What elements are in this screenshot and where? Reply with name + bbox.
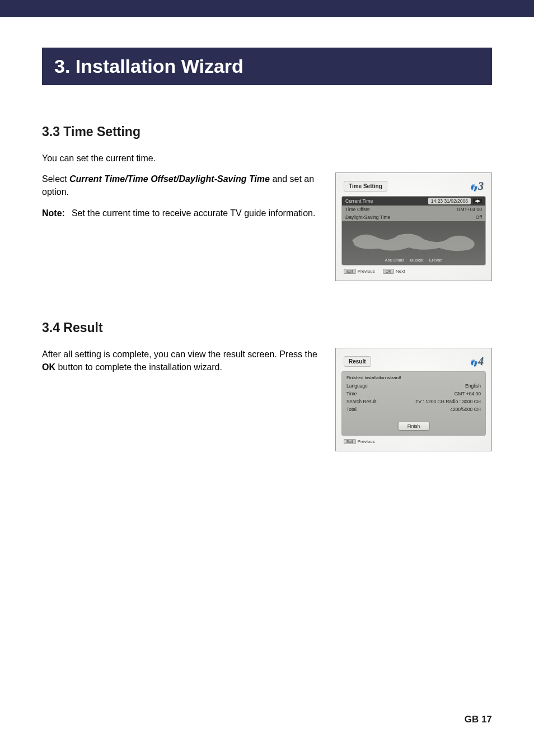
search-value: TV : 1200 CH Radio : 3000 CH — [415, 399, 481, 404]
city-labels: Abu Dhabi Muscat Erevan — [385, 258, 443, 265]
kv-language: Language English — [346, 382, 481, 390]
select-items: Current Time/Time Offset/Daylight-Saving… — [69, 174, 270, 184]
exit-label-result: Previous — [358, 439, 375, 444]
content-wrapper: 3. Installation Wizard 3.3 Time Setting … — [0, 48, 534, 451]
search-label: Search Result — [346, 399, 376, 404]
ss-footer-time: ExitPrevious OKNext — [341, 269, 486, 274]
group-label: Finished installation wizard! — [346, 375, 481, 380]
time-offset-value: GMT+04:00 — [457, 207, 482, 212]
step-number-result: 4 — [478, 355, 484, 367]
kv-search: Search Result TV : 1200 CH Radio : 3000 … — [346, 398, 481, 405]
exit-key-result: Exit — [344, 439, 356, 444]
row-dst: Daylight-Saving Time Off — [342, 213, 485, 221]
section-result: 3.4 Result After all setting is complete… — [42, 320, 492, 451]
two-col-3-4: After all setting is complete, you can v… — [42, 348, 492, 451]
kv-total: Total 4200/5000 CH — [346, 405, 481, 413]
current-time-label: Current Time — [345, 198, 373, 204]
city-1: Muscat — [410, 258, 424, 263]
row-current-time: Current Time 14:23 31/02/2006 ◀▶ — [342, 197, 485, 206]
section-heading-3-4: 3.4 Result — [42, 320, 492, 335]
result-text-a: After all setting is complete, you can v… — [42, 349, 317, 359]
time-label: Time — [346, 391, 357, 396]
two-col-3-3: Select Current Time/Time Offset/Daylight… — [42, 172, 492, 281]
dst-value: Off — [476, 214, 482, 220]
total-value: 4200/5000 CH — [450, 407, 481, 412]
section-time-setting: 3.3 Time Setting You can set the current… — [42, 124, 492, 281]
ss-step-result: 👣4 — [470, 355, 484, 368]
right-col-3-3: Time Setting 👣3 Current Time 14:23 31/02… — [335, 172, 492, 281]
world-map-area: Abu Dhabi Muscat Erevan — [342, 221, 485, 265]
result-text-b: button to complete the installation wiza… — [55, 362, 222, 372]
select-prefix: Select — [42, 174, 69, 184]
ss-step: 👣3 — [470, 180, 484, 193]
footer-exit-result: ExitPrevious — [344, 439, 375, 444]
screenshot-result: Result 👣4 Finished installation wizard! … — [335, 348, 492, 451]
kv-time: Time GMT +04:00 — [346, 390, 481, 398]
footer-exit: ExitPrevious — [344, 269, 375, 274]
ss-top-result: Result 👣4 — [341, 354, 486, 369]
chapter-title-bar: 3. Installation Wizard — [42, 48, 492, 85]
footprints-icon: 👣 — [470, 184, 477, 191]
ok-label: Next — [396, 269, 405, 274]
right-col-3-4: Result 👣4 Finished installation wizard! … — [335, 348, 492, 451]
section-heading-3-3: 3.3 Time Setting — [42, 124, 492, 139]
intro-text-3-3: You can set the current time. — [42, 152, 492, 165]
city-0: Abu Dhabi — [385, 258, 405, 263]
world-map-icon — [342, 223, 485, 258]
footprints-icon: 👣 — [470, 360, 477, 366]
chapter-title: 3. Installation Wizard — [54, 55, 480, 77]
note-label: Note: — [42, 207, 65, 220]
total-label: Total — [346, 407, 357, 412]
ok-key: OK — [383, 269, 394, 274]
left-right-arrows-icon: ◀▶ — [473, 199, 482, 203]
left-col-3-3: Select Current Time/Time Offset/Daylight… — [42, 172, 321, 227]
page-number: GB 17 — [465, 714, 492, 725]
language-label: Language — [346, 383, 368, 389]
ss-panel-time: Current Time 14:23 31/02/2006 ◀▶ Time Of… — [341, 196, 486, 265]
time-value: GMT +04:00 — [455, 391, 481, 396]
ok-bold: OK — [42, 362, 55, 372]
step-number: 3 — [478, 180, 484, 192]
exit-label: Previous — [358, 269, 375, 274]
ss-top: Time Setting 👣3 — [341, 179, 486, 194]
footer-ok: OKNext — [383, 269, 405, 274]
finish-button: Finish — [398, 422, 430, 431]
header-band — [0, 0, 534, 17]
note-row: Note: Set the current time to receive ac… — [42, 207, 321, 220]
city-2: Erevan — [429, 258, 443, 263]
dst-label: Daylight-Saving Time — [345, 214, 390, 220]
row-time-offset: Time Offset GMT+04:00 — [342, 206, 485, 213]
result-paragraph: After all setting is complete, you can v… — [42, 348, 321, 374]
screenshot-time-setting: Time Setting 👣3 Current Time 14:23 31/02… — [335, 172, 492, 281]
current-time-value: 14:23 31/02/2006 — [428, 198, 471, 204]
ss-title-result: Result — [344, 356, 371, 367]
ss-title: Time Setting — [344, 181, 387, 192]
time-offset-label: Time Offset — [345, 207, 369, 212]
note-text: Set the current time to receive accurate… — [72, 207, 315, 220]
ss-footer-result: ExitPrevious — [341, 439, 486, 444]
ss-body-result: Finished installation wizard! Language E… — [341, 371, 486, 436]
exit-key: Exit — [344, 269, 356, 274]
select-paragraph: Select Current Time/Time Offset/Daylight… — [42, 172, 321, 198]
left-col-3-4: After all setting is complete, you can v… — [42, 348, 321, 381]
language-value: English — [465, 383, 481, 389]
